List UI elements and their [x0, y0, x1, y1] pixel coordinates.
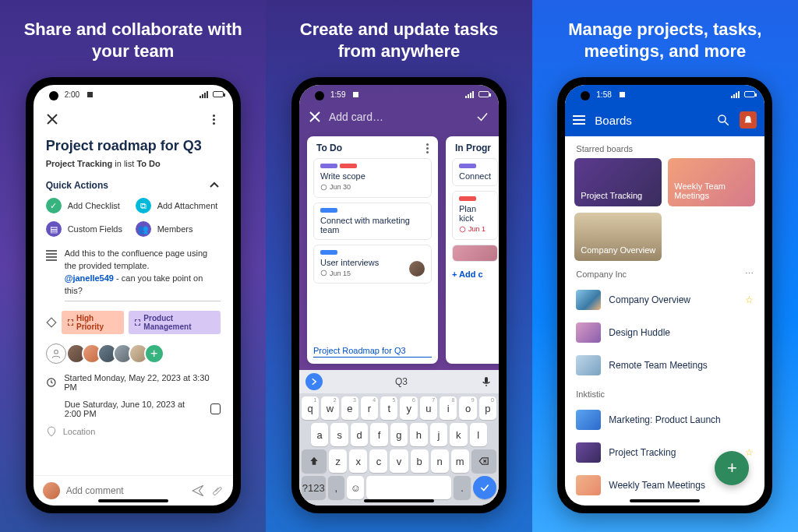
action-members[interactable]: 👥 Members: [136, 221, 221, 237]
board-tile[interactable]: Project Tracking: [574, 158, 662, 206]
add-card-link[interactable]: + Add c: [452, 270, 498, 279]
emoji-key[interactable]: ☺: [347, 476, 364, 499]
promo-panel-3: Manage projects, tasks, meetings, and mo…: [532, 0, 798, 532]
status-time: 1:59: [330, 90, 345, 99]
board-tile[interactable]: Weekly Team Meetings: [668, 158, 755, 206]
card-item[interactable]: [452, 245, 498, 262]
checklist-icon: ✓: [46, 198, 62, 213]
key-o[interactable]: o9: [459, 396, 476, 420]
tag-product-management[interactable]: Product Management: [129, 311, 221, 334]
phone-mockup-1: 2:00 Project roadmap for Q3 Project Trac: [26, 77, 241, 513]
tag-icon: [46, 317, 57, 328]
status-time: 1:58: [596, 90, 611, 99]
hamburger-menu-icon[interactable]: [573, 115, 585, 125]
action-add-attachment[interactable]: ⧉ Add Attachment: [136, 198, 221, 213]
key-n[interactable]: n: [431, 449, 449, 473]
headline-1: Share and collaborate with your team: [15, 14, 252, 77]
key-t[interactable]: t5: [380, 396, 397, 420]
key-x[interactable]: x: [349, 449, 367, 473]
star-icon[interactable]: ☆: [745, 294, 754, 305]
key-q[interactable]: q1: [302, 396, 319, 420]
board-list-item[interactable]: Marketing: Product Launch: [565, 403, 764, 436]
period-key[interactable]: .: [454, 476, 471, 499]
key-s[interactable]: s: [330, 423, 348, 446]
close-icon[interactable]: [43, 110, 62, 129]
key-c[interactable]: c: [369, 449, 387, 473]
key-y[interactable]: y6: [400, 396, 417, 420]
enter-key[interactable]: [473, 476, 496, 499]
key-f[interactable]: f: [370, 423, 387, 446]
send-icon[interactable]: [191, 484, 205, 498]
key-w[interactable]: w2: [321, 396, 338, 420]
svg-point-6: [719, 115, 726, 122]
card-item[interactable]: Connect with marketing team: [313, 203, 432, 240]
svg-point-2: [321, 185, 327, 190]
confirm-icon[interactable]: [475, 110, 489, 124]
close-icon[interactable]: [309, 111, 321, 123]
board-list-item[interactable]: Design Huddle: [565, 316, 764, 349]
key-a[interactable]: a: [311, 423, 328, 446]
key-r[interactable]: r4: [361, 396, 378, 420]
user-mention[interactable]: @janelle549: [65, 273, 114, 283]
comma-key[interactable]: ,: [328, 476, 345, 499]
status-time: 2:00: [65, 90, 79, 99]
card-item[interactable]: Connect: [452, 158, 498, 186]
member-avatars[interactable]: +: [46, 344, 221, 364]
attach-icon[interactable]: [211, 484, 224, 497]
section-menu-icon[interactable]: ⋯: [745, 269, 754, 279]
key-z[interactable]: z: [329, 449, 347, 473]
svg-point-0: [54, 350, 58, 354]
due-checkbox[interactable]: [210, 403, 221, 414]
list-menu-icon[interactable]: [426, 143, 429, 153]
action-custom-fields[interactable]: ▤ Custom Fields: [46, 221, 131, 237]
new-card-draft[interactable]: Project Roadmap for Q3: [313, 344, 432, 358]
search-icon[interactable]: [716, 113, 730, 127]
chevron-up-icon: [208, 179, 221, 192]
board-list-item[interactable]: Company Overview ☆: [565, 284, 764, 316]
space-key[interactable]: [366, 476, 451, 499]
key-d[interactable]: d: [351, 423, 368, 446]
key-u[interactable]: u7: [420, 396, 437, 420]
key-p[interactable]: p0: [479, 396, 496, 420]
keyboard-suggestion[interactable]: Q3: [329, 376, 474, 387]
due-date-row[interactable]: Due Saturday, June 10, 2023 at 2:00 PM: [46, 400, 221, 418]
add-card-input[interactable]: [329, 111, 468, 123]
overflow-menu-icon[interactable]: [205, 110, 224, 129]
key-j[interactable]: j: [430, 423, 447, 446]
key-i[interactable]: i8: [440, 396, 457, 420]
description-icon: [46, 250, 57, 261]
tag-high-priority[interactable]: High Priority: [62, 311, 124, 334]
card-item[interactable]: Plan kick Jun 1: [452, 191, 498, 240]
location-row[interactable]: Location: [46, 426, 221, 437]
description-row[interactable]: Add this to the confluence page using th…: [46, 248, 221, 301]
card-item[interactable]: Write scope Jun 30: [313, 158, 432, 198]
key-l[interactable]: l: [470, 423, 487, 446]
comment-input[interactable]: [66, 485, 185, 496]
key-h[interactable]: h: [410, 423, 427, 446]
add-member-button[interactable]: +: [144, 344, 164, 364]
notifications-icon[interactable]: [740, 111, 757, 129]
card-item[interactable]: User interviews Jun 15: [313, 245, 432, 284]
mic-icon[interactable]: [480, 375, 493, 388]
board-list-item[interactable]: Remote Team Meetings: [565, 349, 764, 382]
list-title: To Do: [316, 143, 342, 153]
board-tile[interactable]: Company Overview: [574, 213, 662, 261]
svg-rect-5: [485, 377, 488, 383]
key-e[interactable]: e3: [341, 396, 358, 420]
fields-icon: ▤: [46, 221, 62, 237]
chevron-right-icon[interactable]: [305, 373, 323, 390]
key-m[interactable]: m: [451, 449, 469, 473]
key-g[interactable]: g: [390, 423, 408, 446]
shift-key[interactable]: [302, 449, 327, 473]
key-k[interactable]: k: [450, 423, 467, 446]
action-add-checklist[interactable]: ✓ Add Checklist: [46, 198, 131, 213]
mode-key[interactable]: ?123: [302, 476, 326, 499]
avatar: [43, 482, 60, 499]
backspace-key[interactable]: [471, 449, 496, 473]
key-b[interactable]: b: [411, 449, 429, 473]
quick-actions-header[interactable]: Quick Actions: [46, 179, 221, 192]
key-v[interactable]: v: [390, 449, 408, 473]
fab-add-button[interactable]: +: [715, 451, 749, 485]
star-icon[interactable]: ☆: [745, 447, 754, 458]
start-date-row[interactable]: Started Monday, May 22, 2023 at 3:30 PM: [46, 373, 221, 392]
